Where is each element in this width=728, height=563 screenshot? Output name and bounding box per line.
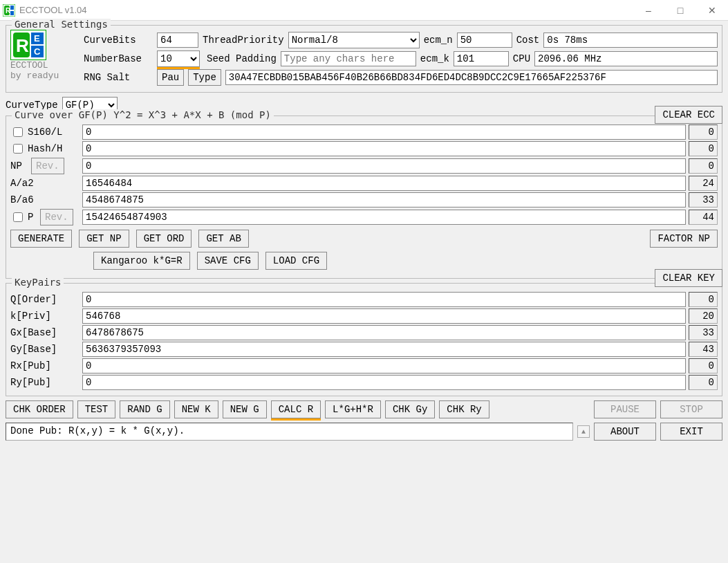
rx-input[interactable]	[82, 358, 686, 373]
logo-name: ECCTOOL	[10, 60, 48, 71]
stop-button[interactable]: STOP	[660, 400, 722, 418]
cost-label: Cost	[516, 35, 540, 46]
about-button[interactable]: ABOUT	[594, 423, 656, 441]
ry-label: Ry[Pub]	[10, 377, 51, 388]
seedpadding-label: Seed Padding	[207, 53, 277, 64]
np-count: 0	[689, 158, 718, 174]
b-label: B/a6	[10, 194, 34, 205]
window-title: ECCTOOL v1.04	[19, 5, 87, 15]
q-label: Q[Order]	[10, 294, 57, 305]
rngsalt-label: RNG Salt	[84, 72, 153, 83]
hash-input[interactable]	[82, 141, 686, 156]
logo-column: REC ECCTOOL by readyu	[10, 30, 77, 88]
k-input[interactable]	[82, 308, 686, 324]
s160-count: 0	[689, 124, 718, 140]
status-output: Done Pub: R(x,y) = k * G(x,y).	[6, 423, 573, 441]
logo-author: by readyu	[10, 71, 59, 81]
ecm-n-label: ecm_n	[424, 35, 453, 46]
svg-text:E: E	[34, 33, 40, 44]
new-g-button[interactable]: NEW G	[223, 400, 267, 418]
curvebits-input[interactable]	[157, 33, 198, 48]
ecm-k-input[interactable]	[454, 51, 509, 66]
lghr-button[interactable]: L*G+H*R	[325, 400, 381, 418]
rx-label: Rx[Pub]	[10, 360, 51, 371]
scroll-up-icon[interactable]: ▲	[577, 425, 590, 438]
k-count: 20	[689, 308, 718, 324]
svg-text:R: R	[16, 35, 29, 56]
maximize-button[interactable]: □	[664, 0, 696, 21]
minimize-button[interactable]: –	[633, 0, 664, 21]
ecm-n-input[interactable]	[457, 33, 512, 48]
gy-label: Gy[Base]	[10, 344, 57, 355]
s160-input[interactable]	[82, 124, 686, 140]
factor-np-button[interactable]: FACTOR NP	[650, 230, 718, 248]
svg-text:R: R	[6, 7, 11, 15]
np-label: NP	[10, 160, 28, 172]
client-area: General Settings REC ECCTOOL by readyu C…	[0, 21, 728, 448]
load-cfg-button[interactable]: LOAD CFG	[265, 252, 327, 270]
a-input[interactable]	[82, 176, 686, 191]
p-input[interactable]	[82, 210, 686, 225]
threadpriority-select[interactable]: Normal/8	[288, 32, 420, 48]
rx-count: 0	[689, 358, 718, 373]
p-label: P	[28, 212, 37, 223]
chk-gy-button[interactable]: CHK Gy	[385, 400, 435, 418]
ry-input[interactable]	[82, 375, 686, 390]
k-label: k[Priv]	[10, 311, 51, 322]
a-count: 24	[689, 176, 718, 191]
pause-button[interactable]: PAUSE	[594, 400, 656, 418]
s160-label: S160/L	[28, 127, 62, 138]
q-input[interactable]	[82, 292, 686, 307]
pause-rng-button[interactable]: Pau	[157, 69, 184, 86]
generate-button[interactable]: GENERATE	[10, 230, 72, 248]
curve-group: Curve over GF(P) Y^2 = X^3 + A*X + B (mo…	[6, 116, 722, 279]
curve-legend: Curve over GF(P) Y^2 = X^3 + A*X + B (mo…	[12, 109, 274, 120]
b-input[interactable]	[82, 192, 686, 207]
new-k-button[interactable]: NEW K	[174, 400, 218, 418]
save-cfg-button[interactable]: SAVE CFG	[197, 252, 259, 270]
hash-checkbox[interactable]	[13, 144, 23, 154]
kangaroo-button[interactable]: Kangaroo k*G=R	[93, 252, 190, 270]
clear-key-button[interactable]: CLEAR KEY	[655, 269, 722, 287]
calc-r-button[interactable]: CALC R	[271, 400, 321, 418]
b-count: 33	[689, 192, 718, 207]
clear-ecc-button[interactable]: CLEAR ECC	[655, 106, 722, 124]
get-ab-button[interactable]: GET AB	[198, 230, 248, 248]
cost-output	[543, 33, 718, 48]
type-rng-button[interactable]: Type	[188, 69, 221, 86]
gy-input[interactable]	[82, 342, 686, 357]
svg-rect-4	[10, 11, 14, 15]
p-count: 44	[689, 210, 718, 225]
rngsalt-input[interactable]	[225, 70, 718, 85]
general-settings-legend: General Settings	[12, 19, 111, 30]
np-input[interactable]	[82, 158, 686, 174]
ry-count: 0	[689, 375, 718, 390]
get-ord-button[interactable]: GET ORD	[136, 230, 192, 248]
gx-input[interactable]	[82, 325, 686, 340]
chk-order-button[interactable]: CHK ORDER	[6, 400, 73, 418]
app-icon: R	[3, 4, 15, 17]
chk-ry-button[interactable]: CHK Ry	[439, 400, 489, 418]
logo-icon: REC	[10, 30, 46, 60]
threadpriority-label: ThreadPriority	[203, 35, 284, 46]
q-count: 0	[689, 292, 718, 307]
gy-count: 43	[689, 342, 718, 357]
general-settings-group: General Settings REC ECCTOOL by readyu C…	[6, 25, 722, 93]
seedpadding-input[interactable]	[281, 51, 416, 66]
numberbase-label: NumberBase	[84, 53, 153, 64]
s160-checkbox[interactable]	[13, 127, 23, 137]
a-label: A/a2	[10, 178, 34, 189]
curvebits-label: CurveBits	[84, 35, 153, 46]
svg-rect-3	[10, 6, 14, 10]
svg-text:C: C	[34, 46, 41, 57]
close-button[interactable]: ✕	[696, 0, 728, 21]
p-checkbox[interactable]	[13, 212, 23, 222]
exit-button[interactable]: EXIT	[660, 423, 722, 441]
rand-g-button[interactable]: RAND G	[120, 400, 169, 418]
test-button[interactable]: TEST	[77, 400, 116, 418]
numberbase-select[interactable]: 10	[157, 50, 200, 67]
title-bar: R ECCTOOL v1.04 – □ ✕	[0, 0, 728, 21]
get-np-button[interactable]: GET NP	[79, 230, 129, 248]
np-rev-button[interactable]: Rev.	[31, 158, 64, 174]
p-rev-button[interactable]: Rev.	[40, 209, 73, 225]
